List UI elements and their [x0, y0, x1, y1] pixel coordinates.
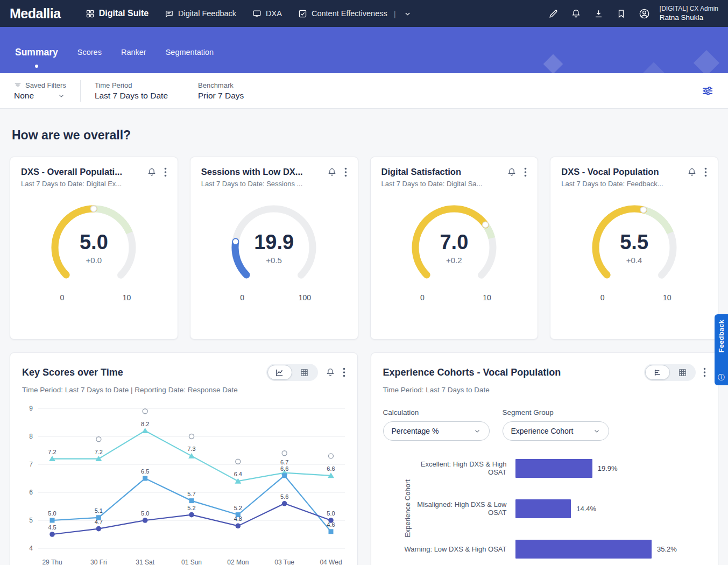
card-title: Digital Satisfaction [381, 167, 500, 177]
user-avatar-icon[interactable] [639, 8, 650, 19]
bar-row-excellent: Excellent: High DXS & High OSAT 19.9% [401, 459, 706, 478]
svg-text:03 Tue: 03 Tue [274, 559, 294, 565]
bell-icon[interactable] [507, 167, 517, 177]
nav-separator: | [394, 9, 396, 18]
gauge-digital-satisfaction: 7.0 +0.2 0 10 [403, 196, 505, 302]
bar-label: Warning: Low DXS & High OSAT [401, 545, 515, 553]
svg-text:5.6: 5.6 [280, 493, 288, 499]
segment-group-select[interactable]: Experience Cohort [503, 421, 609, 441]
svg-text:6.6: 6.6 [280, 465, 288, 471]
top-bar: Medallia Digital Suite Digital Feedback … [0, 0, 728, 27]
svg-text:7.3: 7.3 [187, 446, 195, 452]
svg-text:5.0: 5.0 [48, 510, 56, 517]
user-role: [DIGITAL] CX Admin [660, 4, 718, 13]
card-subtitle: Last 7 Days to Date: Digital Sa... [381, 180, 527, 188]
kebab-menu-icon[interactable] [343, 368, 345, 377]
nav-dxa[interactable]: DXA [252, 9, 282, 18]
gauge-min: 0 [420, 293, 425, 302]
kebab-menu-icon[interactable] [344, 167, 347, 177]
bottom-panel-row: Key Scores over Time Time Period: Last 7… [10, 352, 718, 565]
chevron-down-icon [593, 427, 600, 435]
card-subtitle: Last 7 Days to Date: Digital Ex... [21, 180, 167, 188]
y-axis-label: Experience Cohort [404, 479, 412, 538]
nav-digital-feedback[interactable]: Digital Feedback [165, 9, 236, 18]
checkbox-icon [298, 9, 307, 18]
kebab-menu-icon[interactable] [703, 368, 706, 377]
view-toggle [644, 364, 696, 381]
kebab-menu-icon[interactable] [704, 167, 707, 177]
saved-filters-dropdown[interactable]: None [14, 91, 66, 101]
svg-text:5.0: 5.0 [141, 510, 149, 517]
tab-segmentation[interactable]: Segmentation [166, 48, 214, 60]
monitor-icon [252, 9, 261, 18]
view-toggle [266, 364, 318, 381]
key-scores-chart: 45678929 Thu30 Fri31 Sat01 Sun02 Mon03 T… [22, 401, 345, 565]
svg-text:5.0: 5.0 [327, 510, 335, 517]
benchmark-value: Prior 7 Days [198, 91, 244, 101]
bell-icon[interactable] [327, 167, 337, 177]
svg-text:6.5: 6.5 [141, 468, 149, 475]
chevron-down-icon[interactable] [404, 10, 412, 18]
bell-icon[interactable] [571, 9, 581, 19]
nav-label: Digital Suite [99, 9, 149, 18]
bar-value: 19.9% [598, 464, 618, 472]
svg-text:29 Thu: 29 Thu [42, 559, 62, 565]
card-dxs-overall-population: DXS - Overall Populati... Last 7 Days to… [10, 157, 178, 340]
nav-content-effectiveness[interactable]: Content Effectiveness [298, 9, 387, 18]
tab-ranker[interactable]: Ranker [121, 48, 146, 60]
nav-label: DXA [266, 9, 282, 18]
feedback-tab[interactable]: Feedback ⓘ [715, 314, 728, 385]
bar-chart-view-button[interactable] [645, 365, 670, 380]
svg-text:4.8: 4.8 [234, 515, 242, 522]
decoration-diamond [694, 50, 719, 73]
chevron-down-icon [473, 427, 481, 435]
kebab-menu-icon[interactable] [524, 167, 527, 177]
edit-pencil-icon[interactable] [548, 9, 559, 19]
filter-settings-icon[interactable] [701, 84, 714, 97]
divider [80, 80, 81, 102]
nav-label: Digital Feedback [178, 9, 236, 18]
tab-scores[interactable]: Scores [77, 48, 102, 60]
info-icon: ⓘ [718, 374, 725, 381]
bar-row-misaligned: Misaligned: High DXS & Low OSAT 14.4% [401, 499, 706, 518]
card-title: DXS - Vocal Population [561, 167, 680, 177]
svg-text:4.6: 4.6 [327, 521, 335, 527]
bar-value: 35.2% [657, 545, 677, 553]
time-period-group[interactable]: Time Period Last 7 Days to Date [95, 81, 168, 101]
main-content: How are we overall? DXS - Overall Popula… [0, 109, 728, 565]
tab-summary[interactable]: Summary [15, 47, 58, 61]
filter-bar: Saved Filters None Time Period Last 7 Da… [0, 73, 728, 109]
nav-digital-suite[interactable]: Digital Suite [86, 9, 149, 18]
svg-text:31 Sat: 31 Sat [136, 559, 154, 565]
kebab-menu-icon[interactable] [164, 167, 167, 177]
top-actions [548, 8, 650, 19]
svg-text:5: 5 [29, 517, 33, 524]
bell-icon[interactable] [147, 167, 157, 177]
medallia-logo[interactable]: Medallia [10, 6, 61, 22]
calculation-select[interactable]: Percentage % [383, 421, 490, 441]
benchmark-group[interactable]: Benchmark Prior 7 Days [198, 81, 244, 101]
benchmark-label: Benchmark [198, 81, 244, 89]
gauge-max: 10 [123, 293, 131, 302]
page-heading: How are we overall? [12, 128, 718, 143]
bookmark-icon[interactable] [616, 9, 626, 19]
user-block[interactable]: [DIGITAL] CX Admin Ratna Shukla [660, 4, 718, 23]
table-view-button[interactable] [292, 365, 317, 380]
svg-text:02 Mon: 02 Mon [227, 559, 249, 565]
line-chart-view-button[interactable] [267, 365, 292, 380]
bar-value: 14.4% [576, 505, 596, 513]
nav-label: Content Effectiveness [312, 9, 387, 18]
svg-text:6.4: 6.4 [234, 471, 242, 477]
svg-text:7.2: 7.2 [48, 448, 56, 455]
svg-text:8.2: 8.2 [141, 420, 149, 427]
table-view-button[interactable] [670, 365, 695, 380]
card-digital-satisfaction: Digital Satisfaction Last 7 Days to Date… [370, 157, 539, 340]
bell-icon[interactable] [687, 167, 697, 177]
svg-text:04 Wed: 04 Wed [320, 559, 342, 565]
panel-subtitle: Time Period: Last 7 Days to Date [383, 385, 609, 396]
bell-icon[interactable] [326, 368, 335, 377]
svg-text:5.2: 5.2 [187, 504, 195, 511]
download-icon[interactable] [593, 9, 604, 19]
bar-excellent [515, 459, 592, 478]
gauge-min: 0 [240, 293, 244, 302]
